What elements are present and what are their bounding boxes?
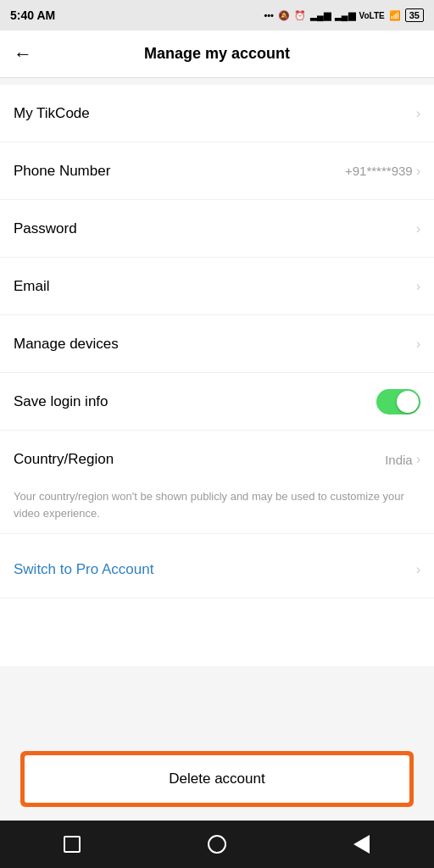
email-right: › xyxy=(416,279,420,294)
email-chevron: › xyxy=(416,279,420,294)
recents-icon xyxy=(64,836,81,853)
mute-icon: 🔕 xyxy=(278,10,290,21)
devices-chevron: › xyxy=(416,337,420,352)
nav-recents-button[interactable] xyxy=(57,829,87,860)
tikcode-item[interactable]: My TikCode › xyxy=(0,85,434,142)
tikcode-label: My TikCode xyxy=(14,105,90,122)
country-label: Country/Region xyxy=(14,451,114,468)
phone-value: +91*****939 xyxy=(345,164,413,178)
devices-right: › xyxy=(416,337,420,352)
phone-chevron: › xyxy=(416,164,420,179)
toggle-knob xyxy=(397,391,419,413)
delete-account-button[interactable]: Delete account xyxy=(25,755,409,803)
signal2-icon: ▂▄▆ xyxy=(335,10,355,21)
country-chevron: › xyxy=(416,452,420,467)
dots-icon: ••• xyxy=(264,10,274,20)
nav-home-button[interactable] xyxy=(202,829,232,860)
header: ← Manage my account xyxy=(0,31,434,78)
pro-account-item[interactable]: Switch to Pro Account › xyxy=(0,541,434,598)
battery-icon: 35 xyxy=(405,8,424,22)
save-login-toggle[interactable] xyxy=(376,389,420,415)
alarm-icon: ⏰ xyxy=(294,10,306,21)
country-item[interactable]: Country/Region India › xyxy=(0,431,434,488)
delete-button-outer: Delete account xyxy=(20,751,414,807)
country-right: India › xyxy=(385,452,420,467)
status-icons: ••• 🔕 ⏰ ▂▄▆ ▂▄▆ VoLTE 📶 35 xyxy=(264,8,424,22)
pro-account-chevron: › xyxy=(416,562,420,577)
tikcode-chevron: › xyxy=(416,106,420,121)
back-nav-icon xyxy=(353,835,370,854)
save-login-item: Save login info xyxy=(0,373,434,431)
devices-label: Manage devices xyxy=(14,336,119,353)
email-item[interactable]: Email › xyxy=(0,258,434,315)
password-item[interactable]: Password › xyxy=(0,200,434,258)
password-chevron: › xyxy=(416,221,420,236)
bottom-navigation xyxy=(0,821,434,868)
home-icon xyxy=(208,835,226,854)
signal-icon: ▂▄▆ xyxy=(310,10,331,21)
email-label: Email xyxy=(14,278,50,295)
country-section: Country/Region India › Your country/regi… xyxy=(0,431,434,534)
content-area: My TikCode › Phone Number +91*****939 › … xyxy=(0,85,434,666)
wifi-icon: 📶 xyxy=(389,10,401,21)
country-value: India xyxy=(385,453,413,467)
save-login-label: Save login info xyxy=(14,393,108,410)
devices-item[interactable]: Manage devices › xyxy=(0,315,434,373)
status-time: 5:40 AM xyxy=(10,8,55,22)
pro-account-label: Switch to Pro Account xyxy=(14,561,153,578)
lte-icon: VoLTE xyxy=(359,11,385,20)
page-title: Manage my account xyxy=(144,45,290,63)
tikcode-right: › xyxy=(416,106,420,121)
phone-item[interactable]: Phone Number +91*****939 › xyxy=(0,142,434,200)
status-bar: 5:40 AM ••• 🔕 ⏰ ▂▄▆ ▂▄▆ VoLTE 📶 35 xyxy=(0,0,434,31)
nav-back-button[interactable] xyxy=(347,829,377,860)
password-label: Password xyxy=(14,220,77,237)
country-hint: Your country/region won't be shown publi… xyxy=(0,488,434,533)
password-right: › xyxy=(416,221,420,236)
back-button[interactable]: ← xyxy=(14,40,39,69)
phone-label: Phone Number xyxy=(14,163,110,180)
spacer xyxy=(0,666,434,734)
phone-right: +91*****939 › xyxy=(345,164,420,179)
delete-section: Delete account xyxy=(0,734,434,821)
